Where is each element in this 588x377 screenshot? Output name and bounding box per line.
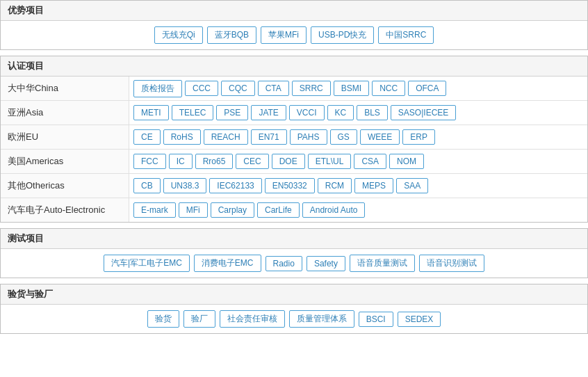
verify-tags: 验货验厂社会责任审核质量管理体系BSCISEDEX — [1, 305, 587, 333]
cert-row-label: 大中华China — [1, 77, 129, 100]
cert-tag[interactable]: SAA — [396, 178, 428, 193]
cert-tag[interactable]: UN38.3 — [163, 178, 207, 193]
cert-tag[interactable]: E-mark — [133, 202, 176, 218]
cert-row-tags: CBUN38.3IEC62133EN50332RCMMEPSSAA — [129, 174, 432, 198]
cert-tag[interactable]: BLS — [357, 105, 388, 120]
cert-tag[interactable]: FCC — [133, 154, 166, 169]
cert-tag[interactable]: SRRC — [292, 81, 331, 96]
cert-tag[interactable]: CarLife — [257, 202, 300, 218]
cert-tag[interactable]: NOM — [389, 154, 424, 169]
cert-tag[interactable]: REACH — [204, 129, 248, 145]
cert-row: 汽车电子Auto-ElectronicE-markMFiCarplayCarLi… — [1, 198, 587, 222]
cert-tag[interactable]: RCM — [318, 178, 352, 193]
cert-row-tags: CERoHSREACHEN71PAHSGSWEEEERP — [129, 125, 439, 149]
verify-tag[interactable]: SEDEX — [398, 312, 441, 327]
cert-row-tags: FCCICRro65CECDOEETL\ULCSANOM — [129, 150, 428, 173]
cert-tag[interactable]: CQC — [221, 81, 255, 96]
advantage-tag[interactable]: USB-PD快充 — [311, 26, 374, 44]
cert-tag[interactable]: WEEE — [360, 129, 400, 145]
testing-title: 测试项目 — [1, 229, 587, 249]
certification-rows: 大中华China质检报告CCCCQCCTASRRCBSMINCCOFCA亚洲As… — [1, 77, 587, 222]
verification-title: 验货与验厂 — [1, 284, 587, 305]
cert-tag[interactable]: IEC62133 — [209, 178, 261, 193]
advantage-tag[interactable]: 苹果MFi — [261, 26, 307, 44]
testing-tags: 汽车|军工电子EMC消费电子EMCRadioSafety语音质量测试语音识别测试 — [1, 249, 587, 278]
cert-tag[interactable]: Android Auto — [302, 202, 366, 218]
certification-section: 认证项目 大中华China质检报告CCCCQCCTASRRCBSMINCCOFC… — [0, 56, 588, 223]
advantage-title: 优势项目 — [1, 1, 587, 21]
cert-tag[interactable]: IC — [169, 154, 193, 169]
advantage-tag[interactable]: 无线充Qi — [154, 26, 203, 44]
cert-row-tags: 质检报告CCCCQCCTASRRCBSMINCCOFCA — [129, 77, 450, 100]
cert-row-label: 美国Americas — [1, 150, 129, 173]
testing-tag[interactable]: Radio — [266, 256, 302, 271]
cert-tag[interactable]: PAHS — [290, 129, 327, 145]
cert-tag[interactable]: MEPS — [354, 178, 393, 193]
cert-row-label: 亚洲Asia — [1, 101, 129, 125]
cert-tag[interactable]: RoHS — [163, 129, 201, 145]
verify-tag[interactable]: 质量管理体系 — [289, 310, 354, 328]
verify-tag[interactable]: 验厂 — [183, 310, 215, 328]
cert-row: 亚洲AsiaMETITELECPSEJATEVCCIKCBLSSASO|IECE… — [1, 101, 587, 125]
advantage-tag[interactable]: 蓝牙BQB — [207, 26, 256, 44]
cert-row-tags: E-markMFiCarplayCarLifeAndroid Auto — [129, 198, 369, 222]
cert-row: 大中华China质检报告CCCCQCCTASRRCBSMINCCOFCA — [1, 77, 587, 101]
cert-row: 美国AmericasFCCICRro65CECDOEETL\ULCSANOM — [1, 150, 587, 174]
advantage-section: 优势项目 无线充Qi蓝牙BQB苹果MFiUSB-PD快充中国SRRC — [0, 0, 588, 50]
cert-row: 欧洲EUCERoHSREACHEN71PAHSGSWEEEERP — [1, 125, 587, 150]
cert-tag[interactable]: NCC — [372, 81, 405, 96]
advantage-tags: 无线充Qi蓝牙BQB苹果MFiUSB-PD快充中国SRRC — [1, 21, 587, 49]
cert-tag[interactable]: VCCI — [289, 105, 325, 120]
verify-tag[interactable]: BSCI — [359, 312, 393, 327]
cert-tag[interactable]: CCC — [185, 81, 218, 96]
testing-section: 测试项目 汽车|军工电子EMC消费电子EMCRadioSafety语音质量测试语… — [0, 228, 588, 278]
cert-tag[interactable]: PSE — [216, 105, 248, 120]
testing-tag[interactable]: 语音识别测试 — [419, 255, 484, 272]
cert-tag[interactable]: Rro65 — [195, 154, 234, 169]
cert-tag[interactable]: KC — [327, 105, 354, 120]
cert-tag[interactable]: ETL\UL — [308, 154, 352, 169]
cert-tag[interactable]: JATE — [251, 105, 286, 120]
cert-tag[interactable]: CSA — [354, 154, 386, 169]
certification-title: 认证项目 — [1, 56, 587, 77]
cert-tag[interactable]: BSMI — [334, 81, 369, 96]
testing-tag[interactable]: 汽车|军工电子EMC — [104, 255, 190, 272]
cert-row-tags: METITELECPSEJATEVCCIKCBLSSASO|IECEE — [129, 101, 460, 125]
cert-row: 其他OthericasCBUN38.3IEC62133EN50332RCMMEP… — [1, 174, 587, 198]
advantage-tag[interactable]: 中国SRRC — [378, 26, 434, 44]
cert-tag[interactable]: EN71 — [251, 129, 287, 145]
cert-tag[interactable]: CE — [133, 129, 161, 145]
verify-tag[interactable]: 验货 — [147, 310, 179, 328]
cert-tag[interactable]: EN50332 — [265, 178, 315, 193]
cert-tag[interactable]: DOE — [272, 154, 305, 169]
page-container: 优势项目 无线充Qi蓝牙BQB苹果MFiUSB-PD快充中国SRRC 认证项目 … — [0, 0, 588, 334]
cert-tag[interactable]: Carplay — [211, 202, 254, 218]
cert-row-label: 欧洲EU — [1, 125, 129, 149]
cert-tag[interactable]: ERP — [402, 129, 435, 145]
cert-tag[interactable]: MFi — [179, 202, 208, 218]
testing-tag[interactable]: 语音质量测试 — [350, 255, 415, 272]
cert-tag[interactable]: CB — [133, 178, 161, 193]
cert-tag[interactable]: OFCA — [408, 81, 446, 96]
cert-row-label: 其他Othericas — [1, 174, 129, 198]
cert-tag[interactable]: SASO|IECEE — [391, 105, 456, 120]
testing-tag[interactable]: Safety — [307, 256, 345, 271]
cert-tag[interactable]: GS — [330, 129, 357, 145]
cert-tag[interactable]: TELEC — [172, 105, 214, 120]
testing-tag[interactable]: 消费电子EMC — [194, 255, 261, 272]
cert-tag[interactable]: CEC — [236, 154, 268, 169]
cert-tag[interactable]: CTA — [258, 81, 289, 96]
cert-row-label: 汽车电子Auto-Electronic — [1, 198, 129, 222]
verification-section: 验货与验厂 验货验厂社会责任审核质量管理体系BSCISEDEX — [0, 284, 588, 334]
cert-tag[interactable]: METI — [133, 105, 169, 120]
verify-tag[interactable]: 社会责任审核 — [220, 310, 285, 328]
cert-tag[interactable]: 质检报告 — [133, 80, 182, 97]
